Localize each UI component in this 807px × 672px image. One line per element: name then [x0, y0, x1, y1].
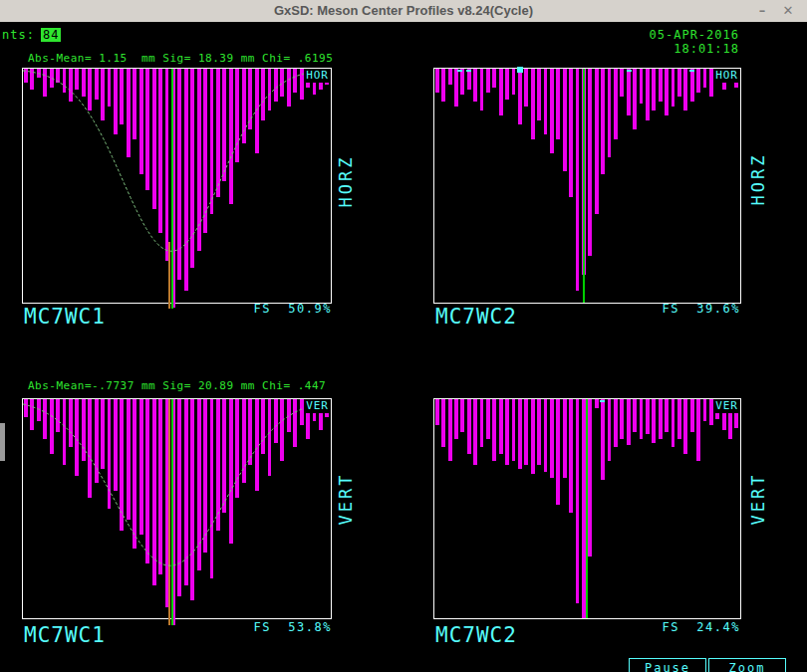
- histogram-bar: [518, 69, 522, 124]
- histogram-bar: [627, 69, 631, 115]
- histogram-bar: [556, 399, 560, 505]
- histogram-bar: [512, 69, 516, 95]
- events-counter: nts:84: [2, 28, 61, 42]
- fit-stats-vert: Abs-Mean=-.7737 mm Sig= 20.89 mm Chi= .4…: [28, 379, 326, 392]
- histogram-bar: [544, 399, 548, 472]
- histogram-bar: [492, 399, 496, 461]
- histogram-bar: [473, 399, 477, 465]
- axis-label-vert: VERT: [335, 435, 357, 562]
- histogram-bar: [640, 69, 644, 104]
- pause-button[interactable]: Pause: [629, 658, 706, 672]
- device-name: MC7WC2: [435, 305, 517, 329]
- full-scale-readout: FS 24.4%: [638, 620, 740, 634]
- gaussian-fit-curve: [23, 399, 331, 618]
- histogram-bar: [569, 399, 573, 513]
- histogram-bar: [556, 69, 560, 139]
- histogram-bar: [672, 399, 675, 447]
- histogram-bar: [448, 399, 452, 461]
- histogram-bar: [524, 69, 528, 107]
- full-scale-readout: FS 39.6%: [638, 302, 740, 316]
- histogram-bar: [486, 69, 490, 93]
- histogram-bar: [544, 69, 548, 134]
- profile-box-mc7wc1-vert: VER: [22, 398, 332, 619]
- histogram-bar: [512, 399, 516, 461]
- profile-box-mc7wc2-horz: HOR: [433, 68, 741, 304]
- histogram-bar: [435, 69, 439, 93]
- histogram-bar: [505, 69, 509, 100]
- axis-label-text: VERT: [336, 473, 356, 526]
- histogram-bar: [531, 399, 535, 474]
- device-name: MC7WC1: [24, 305, 106, 329]
- histogram-bar: [467, 69, 471, 90]
- histogram-bar: [550, 69, 554, 153]
- histogram-bar: [703, 399, 707, 421]
- histogram-bar: [703, 69, 707, 88]
- full-scale-readout: FS 53.8%: [229, 620, 332, 634]
- wire-marker-square: [517, 67, 523, 73]
- fit-stats-horz: Abs-Mean= 1.15 mm Sig= 18.39 mm Chi= .61…: [28, 52, 333, 65]
- wire-marker-dash: [689, 70, 694, 72]
- full-scale-readout: FS 50.9%: [229, 302, 332, 316]
- datetime-display: 05-APR-2016 18:01:18: [578, 28, 739, 56]
- histogram-bar: [576, 69, 580, 291]
- device-name: MC7WC2: [435, 623, 517, 647]
- histogram-bar: [696, 399, 700, 461]
- histogram-bar: [665, 69, 669, 115]
- events-label: nts:: [2, 28, 35, 42]
- wire-marker-dash: [627, 70, 632, 72]
- histogram-bar: [537, 69, 541, 120]
- histogram-bar: [531, 69, 535, 139]
- histogram-bar: [620, 399, 624, 439]
- screen-edge-artifact: [0, 423, 5, 461]
- axis-label-text: VERT: [748, 473, 768, 526]
- histogram-bar: [499, 69, 503, 115]
- profile-plot: [434, 69, 740, 303]
- histogram-bar: [441, 399, 445, 447]
- histogram-bar: [659, 399, 663, 439]
- histogram-bar: [492, 69, 496, 88]
- histogram-bar: [608, 69, 612, 157]
- plane-corner-label: HOR: [713, 69, 740, 83]
- histogram-bar: [505, 399, 509, 465]
- axis-label-vert: VERT: [747, 435, 769, 562]
- profile-box-mc7wc1-horz: HOR: [22, 68, 332, 304]
- histogram-bar: [480, 69, 484, 111]
- histogram-bar: [659, 69, 663, 102]
- histogram-bar: [576, 399, 580, 603]
- histogram-bar: [677, 69, 681, 97]
- app-canvas: nts:84 05-APR-2016 18:01:18 Abs-Mean= 1.…: [0, 22, 807, 672]
- histogram-bar: [569, 69, 573, 197]
- histogram-bar: [448, 69, 452, 85]
- axis-label-horz: HORZ: [335, 117, 357, 245]
- profile-plot: [23, 399, 331, 618]
- histogram-bar: [683, 399, 687, 454]
- wire-marker-dash: [457, 70, 462, 72]
- histogram-bar: [486, 399, 490, 439]
- histogram-bar: [608, 399, 612, 461]
- close-icon[interactable]: ✕: [777, 0, 799, 22]
- zoom-button[interactable]: Zoom: [708, 658, 786, 672]
- histogram-bar: [454, 69, 458, 107]
- histogram-bar: [595, 69, 599, 214]
- axis-label-text: HORZ: [336, 155, 356, 208]
- histogram-bar: [524, 399, 528, 465]
- histogram-bar: [588, 69, 592, 256]
- histogram-bar: [677, 399, 681, 439]
- histogram-bar: [690, 399, 694, 432]
- histogram-bar: [460, 69, 464, 95]
- histogram-bar: [652, 399, 656, 443]
- wire-marker-dash: [600, 400, 605, 402]
- histogram-bar: [627, 399, 631, 445]
- minimize-icon[interactable]: –: [751, 0, 773, 22]
- histogram-bar: [601, 399, 605, 480]
- plane-corner-label: VER: [713, 399, 740, 413]
- fit-center-line: [583, 69, 585, 303]
- histogram-bar: [518, 399, 522, 469]
- histogram-bar: [690, 69, 694, 102]
- histogram-bar: [435, 399, 439, 425]
- histogram-bar: [550, 399, 554, 478]
- histogram-bar: [467, 399, 471, 454]
- window-titlebar[interactable]: GxSD: Meson Center Profiles v8.24(Cycle)…: [0, 0, 807, 22]
- histogram-bar: [499, 399, 503, 454]
- histogram-bar: [537, 399, 541, 465]
